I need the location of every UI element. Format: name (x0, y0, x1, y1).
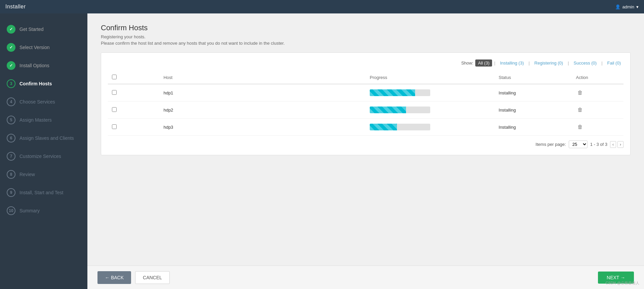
filter-sep-3: | (601, 60, 602, 66)
items-per-page-select[interactable]: 25 50 100 (569, 140, 588, 148)
sidebar-item-review[interactable]: 8Review (0, 165, 87, 183)
sidebar-item-customize-services[interactable]: 7Customize Services (0, 147, 87, 165)
table-header: Host Progress Status Action (108, 71, 623, 84)
sidebar-label-select-version: Select Version (19, 45, 50, 50)
filter-option-all[interactable]: All (3) (475, 59, 492, 67)
filter-option-success[interactable]: Success (0) (571, 59, 600, 67)
content-area: Confirm Hosts Registering your hosts. Pl… (87, 13, 644, 289)
row-checkbox-2[interactable] (112, 107, 117, 112)
sidebar-item-select-version[interactable]: ✓Select Version (0, 38, 87, 56)
sidebar-item-assign-masters[interactable]: 5Assign Masters (0, 111, 87, 129)
pagination-row: Items per page: 25 50 100 1 - 3 of 3 ‹ › (108, 140, 623, 148)
progress-bar-container-3 (370, 124, 430, 130)
page-range-label: 1 - 3 of 3 (590, 142, 607, 147)
step-badge-customize-services: 7 (7, 152, 15, 161)
status-cell-1: Installing (495, 84, 572, 101)
sidebar: ✓Get Started✓Select Version✓Install Opti… (0, 13, 87, 289)
filter-option-registering[interactable]: Registering (0) (532, 59, 566, 67)
step-badge-summary: 10 (7, 206, 15, 215)
step-badge-assign-masters: 5 (7, 116, 15, 124)
app-title: Installer (5, 4, 26, 10)
row-checkbox-cell-1 (108, 84, 159, 101)
sidebar-label-assign-masters: Assign Masters (19, 117, 52, 123)
progress-bar-container-2 (370, 107, 430, 113)
row-checkbox-3[interactable] (112, 124, 117, 129)
host-cell-3: hdp3 (159, 119, 366, 136)
step-badge-choose-services: 4 (7, 97, 15, 106)
footer-left: ← BACK CANCEL (97, 271, 170, 284)
progress-cell-1 (366, 84, 495, 101)
status-cell-2: Installing (495, 101, 572, 119)
filter-show-label: Show: (461, 60, 473, 66)
page-nav: ‹ › (610, 141, 623, 148)
filter-sep-0: | (494, 60, 495, 66)
filter-bar: Show:All (3) | Installing (3) | Register… (108, 59, 623, 67)
filter-option-installing[interactable]: Installing (3) (497, 59, 527, 67)
progress-cell-2 (366, 101, 495, 119)
sidebar-label-install-start-test: Install, Start and Test (19, 190, 63, 195)
sidebar-label-review: Review (19, 172, 35, 177)
progress-bar-fill-2 (370, 107, 406, 113)
table-row: hdp3Installing🗑 (108, 119, 623, 136)
host-cell-2: hdp2 (159, 101, 366, 119)
row-checkbox-1[interactable] (112, 90, 117, 95)
col-header-status: Status (495, 71, 572, 84)
footer: ← BACK CANCEL NEXT → (87, 265, 644, 289)
step-badge-confirm-hosts: 3 (7, 79, 15, 88)
action-cell-3: 🗑 (572, 119, 623, 136)
action-cell-2: 🗑 (572, 101, 623, 119)
step-badge-install-start-test: 9 (7, 188, 15, 197)
sidebar-label-choose-services: Choose Services (19, 99, 55, 105)
page-subtitle-2: Please confirm the host list and remove … (101, 41, 631, 46)
sidebar-item-confirm-hosts[interactable]: 3Confirm Hosts (0, 75, 87, 93)
step-badge-select-version: ✓ (7, 43, 15, 52)
row-checkbox-cell-2 (108, 101, 159, 119)
topbar: Installer 👤 admin ▾ (0, 0, 644, 13)
filter-sep-1: | (528, 60, 529, 66)
sidebar-item-summary[interactable]: 10Summary (0, 202, 87, 220)
cancel-button[interactable]: CANCEL (135, 271, 170, 284)
step-badge-assign-slaves: 6 (7, 134, 15, 142)
sidebar-label-get-started: Get Started (19, 27, 44, 32)
filter-option-fail[interactable]: Fail (0) (605, 59, 623, 67)
user-icon: 👤 (615, 4, 620, 9)
progress-bar-container-1 (370, 89, 430, 96)
back-button[interactable]: ← BACK (97, 271, 131, 284)
progress-cell-3 (366, 119, 495, 136)
page-subtitle-1: Registering your hosts. (101, 34, 631, 39)
table-row: hdp2Installing🗑 (108, 101, 623, 119)
page-title: Confirm Hosts (101, 24, 631, 32)
sidebar-item-choose-services[interactable]: 4Choose Services (0, 93, 87, 111)
watermark: CSDN @尘世壹俗人 (606, 281, 639, 286)
delete-button-1[interactable]: 🗑 (576, 88, 584, 97)
sidebar-label-install-options: Install Options (19, 63, 49, 68)
sidebar-item-assign-slaves[interactable]: 6Assign Slaves and Clients (0, 129, 87, 147)
sidebar-item-install-options[interactable]: ✓Install Options (0, 56, 87, 75)
chevron-down-icon: ▾ (636, 4, 639, 9)
sidebar-label-confirm-hosts: Confirm Hosts (19, 81, 52, 86)
status-cell-3: Installing (495, 119, 572, 136)
step-badge-review: 8 (7, 170, 15, 179)
items-per-page-label: Items per page: (535, 142, 566, 147)
user-label: admin (622, 4, 634, 9)
sidebar-label-customize-services: Customize Services (19, 154, 61, 159)
prev-page-button[interactable]: ‹ (610, 141, 616, 148)
select-all-checkbox[interactable] (112, 75, 117, 79)
sidebar-label-assign-slaves: Assign Slaves and Clients (19, 135, 74, 141)
delete-button-3[interactable]: 🗑 (576, 123, 584, 131)
user-menu[interactable]: 👤 admin ▾ (615, 4, 639, 9)
progress-bar-fill-1 (370, 89, 415, 96)
main-layout: ✓Get Started✓Select Version✓Install Opti… (0, 13, 644, 289)
hosts-tbody: hdp1Installing🗑hdp2Installing🗑hdp3Instal… (108, 84, 623, 136)
delete-button-2[interactable]: 🗑 (576, 106, 584, 114)
col-header-action: Action (572, 71, 623, 84)
step-badge-install-options: ✓ (7, 61, 15, 70)
host-cell-1: hdp1 (159, 84, 366, 101)
sidebar-item-get-started[interactable]: ✓Get Started (0, 20, 87, 38)
sidebar-item-install-start-test[interactable]: 9Install, Start and Test (0, 183, 87, 202)
next-page-button[interactable]: › (617, 141, 623, 148)
filter-sep-2: | (568, 60, 569, 66)
hosts-card: Show:All (3) | Installing (3) | Register… (101, 52, 631, 155)
row-checkbox-cell-3 (108, 119, 159, 136)
col-header-progress: Progress (366, 71, 495, 84)
